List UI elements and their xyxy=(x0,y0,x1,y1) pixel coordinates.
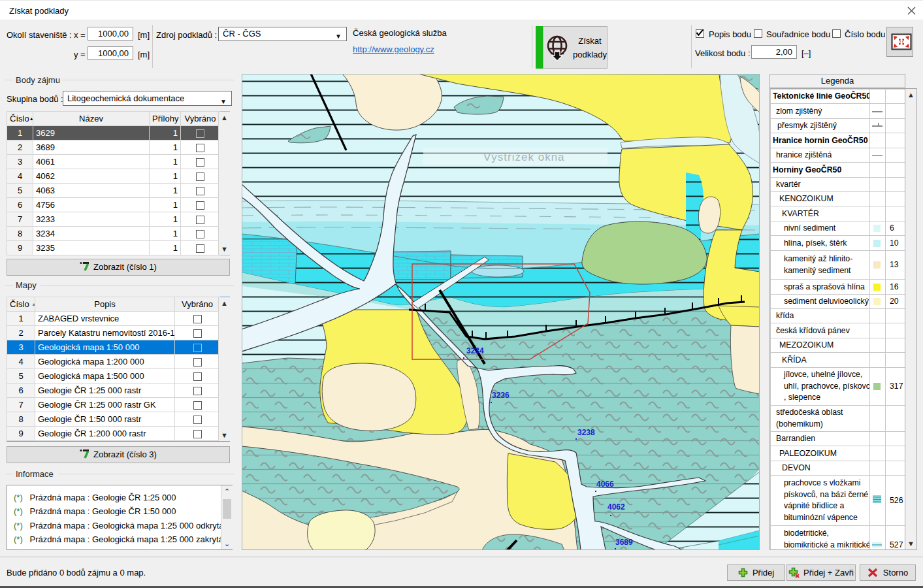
svg-text:3689: 3689 xyxy=(615,538,633,547)
svg-text:3236: 3236 xyxy=(492,391,510,400)
svg-text:Výstřižek okna: Výstřižek okna xyxy=(483,151,565,163)
svg-text:4066: 4066 xyxy=(596,480,614,489)
svg-text:3238: 3238 xyxy=(577,428,595,437)
svg-text:4062: 4062 xyxy=(607,502,625,512)
svg-text:3234: 3234 xyxy=(466,346,484,355)
